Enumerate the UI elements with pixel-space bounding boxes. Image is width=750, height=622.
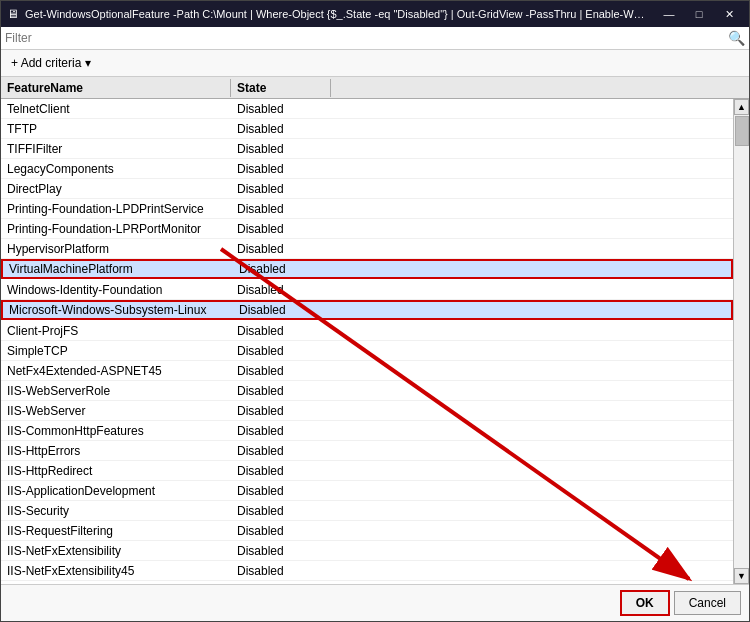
cell-state: Disabled [231, 121, 331, 137]
table-row[interactable]: Client-ProjFS Disabled [1, 321, 733, 341]
title-bar: 🖥 Get-WindowsOptionalFeature -Path C:\Mo… [1, 1, 749, 27]
cell-feature: TIFFIFilter [1, 141, 231, 157]
cancel-button[interactable]: Cancel [674, 591, 741, 615]
cell-feature: DirectPlay [1, 181, 231, 197]
cell-feature: IIS-WebServerRole [1, 383, 231, 399]
cell-feature: LegacyComponents [1, 161, 231, 177]
cell-state: Disabled [231, 201, 331, 217]
table-row[interactable]: TelnetClient Disabled [1, 99, 733, 119]
table-row[interactable]: Microsoft-Windows-Subsystem-Linux Disabl… [1, 300, 733, 320]
cell-feature: TelnetClient [1, 101, 231, 117]
window-icon: 🖥 [7, 7, 19, 21]
cell-state: Disabled [231, 483, 331, 499]
scroll-up-arrow[interactable]: ▲ [734, 99, 749, 115]
table-row[interactable]: LegacyComponents Disabled [1, 159, 733, 179]
vertical-scrollbar[interactable]: ▲ ▼ [733, 99, 749, 584]
cell-feature: Printing-Foundation-LPRPortMonitor [1, 221, 231, 237]
cell-feature: IIS-ApplicationDevelopment [1, 483, 231, 499]
close-button[interactable]: ✕ [715, 5, 743, 23]
cell-feature: Windows-Identity-Foundation [1, 282, 231, 298]
cell-state: Disabled [231, 181, 331, 197]
cell-state: Disabled [231, 141, 331, 157]
table-row[interactable]: HypervisorPlatform Disabled [1, 239, 733, 259]
column-header-state: State [231, 79, 331, 97]
table-row[interactable]: IIS-NetFxExtensibility45 Disabled [1, 561, 733, 581]
cell-state: Disabled [231, 383, 331, 399]
cell-feature: SimpleTCP [1, 343, 231, 359]
cell-state: Disabled [231, 523, 331, 539]
cell-feature: HypervisorPlatform [1, 241, 231, 257]
table-row[interactable]: Printing-Foundation-LPRPortMonitor Disab… [1, 219, 733, 239]
table-row[interactable]: IIS-CommonHttpFeatures Disabled [1, 421, 733, 441]
cell-state: Disabled [231, 463, 331, 479]
maximize-button[interactable]: □ [685, 5, 713, 23]
table-row[interactable]: IIS-ApplicationDevelopment Disabled [1, 481, 733, 501]
table-row[interactable]: DirectPlay Disabled [1, 179, 733, 199]
table-row[interactable]: TFTP Disabled [1, 119, 733, 139]
cell-state: Disabled [231, 323, 331, 339]
cell-state: Disabled [231, 503, 331, 519]
ok-button[interactable]: OK [620, 590, 670, 616]
cell-state: Disabled [231, 403, 331, 419]
scroll-down-arrow[interactable]: ▼ [734, 568, 749, 584]
cell-feature: IIS-CommonHttpFeatures [1, 423, 231, 439]
cell-feature: NetFx4Extended-ASPNET45 [1, 363, 231, 379]
table-row[interactable]: Windows-Identity-Foundation Disabled [1, 280, 733, 300]
table-row[interactable]: IIS-WebServer Disabled [1, 401, 733, 421]
table-container: FeatureName State TelnetClient Disabled … [1, 77, 749, 584]
cell-feature: IIS-NetFxExtensibility [1, 543, 231, 559]
table-row[interactable]: IIS-RequestFiltering Disabled [1, 521, 733, 541]
column-header-feature: FeatureName [1, 79, 231, 97]
table-row[interactable]: VirtualMachinePlatform Disabled [1, 259, 733, 279]
table-row[interactable]: IIS-WebServerRole Disabled [1, 381, 733, 401]
cell-feature: IIS-Security [1, 503, 231, 519]
table-row[interactable]: TIFFIFilter Disabled [1, 139, 733, 159]
dropdown-arrow-icon: ▾ [85, 56, 91, 70]
cell-state: Disabled [231, 563, 331, 579]
table-body-wrapper: TelnetClient Disabled TFTP Disabled TIFF… [1, 99, 749, 584]
cell-feature: Client-ProjFS [1, 323, 231, 339]
cell-feature: IIS-RequestFiltering [1, 523, 231, 539]
cell-state: Disabled [231, 221, 331, 237]
cell-state: Disabled [231, 543, 331, 559]
cell-feature: Printing-Foundation-LPDPrintService [1, 201, 231, 217]
table-row[interactable]: IIS-HttpErrors Disabled [1, 441, 733, 461]
table-header: FeatureName State [1, 77, 749, 99]
minimize-button[interactable]: — [655, 5, 683, 23]
table-row[interactable]: SimpleTCP Disabled [1, 341, 733, 361]
cell-feature: IIS-HttpRedirect [1, 463, 231, 479]
search-icon: 🔍 [728, 30, 745, 46]
table-row[interactable]: IIS-NetFxExtensibility Disabled [1, 541, 733, 561]
window-title: Get-WindowsOptionalFeature -Path C:\Moun… [25, 8, 647, 20]
table-row[interactable]: IIS-Security Disabled [1, 501, 733, 521]
bottom-bar: OK Cancel [1, 584, 749, 621]
cell-state: Disabled [231, 101, 331, 117]
cell-feature: IIS-HttpErrors [1, 443, 231, 459]
cell-feature: VirtualMachinePlatform [3, 261, 233, 277]
add-criteria-label: + Add criteria [11, 56, 81, 70]
table-row[interactable]: Printing-Foundation-LPDPrintService Disa… [1, 199, 733, 219]
cell-state: Disabled [233, 261, 333, 277]
table-row[interactable]: NetFx4Extended-ASPNET45 Disabled [1, 361, 733, 381]
cell-state: Disabled [231, 241, 331, 257]
cell-feature: IIS-WebServer [1, 403, 231, 419]
cell-state: Disabled [231, 423, 331, 439]
cell-feature: Microsoft-Windows-Subsystem-Linux [3, 302, 233, 318]
table-row[interactable]: IIS-HttpRedirect Disabled [1, 461, 733, 481]
cell-state: Disabled [233, 302, 333, 318]
cell-feature: IIS-NetFxExtensibility45 [1, 563, 231, 579]
toolbar: + Add criteria ▾ [1, 50, 749, 77]
window-controls: — □ ✕ [655, 5, 743, 23]
table-scroll[interactable]: TelnetClient Disabled TFTP Disabled TIFF… [1, 99, 733, 584]
cell-feature: TFTP [1, 121, 231, 137]
column-header-extra [331, 86, 749, 90]
cell-state: Disabled [231, 343, 331, 359]
scroll-thumb[interactable] [735, 116, 749, 146]
search-bar: 🔍 [1, 27, 749, 50]
cell-state: Disabled [231, 443, 331, 459]
cell-state: Disabled [231, 161, 331, 177]
filter-input[interactable] [5, 31, 728, 45]
main-window: 🖥 Get-WindowsOptionalFeature -Path C:\Mo… [0, 0, 750, 622]
add-criteria-button[interactable]: + Add criteria ▾ [7, 54, 95, 72]
cell-state: Disabled [231, 363, 331, 379]
